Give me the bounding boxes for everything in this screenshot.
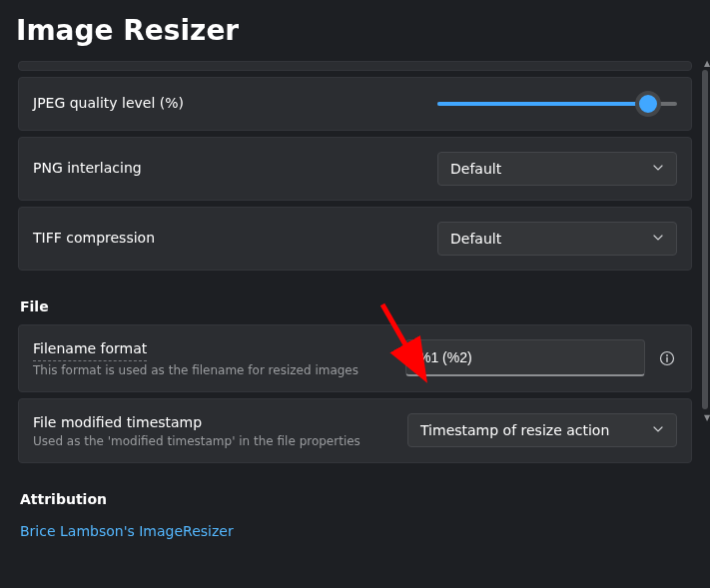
jpeg-quality-label: JPEG quality level (%) <box>33 94 184 114</box>
filename-format-input[interactable] <box>405 339 645 376</box>
scroll-up-icon[interactable]: ▲ <box>703 60 710 68</box>
tiff-compression-label: TIFF compression <box>33 229 155 249</box>
file-section-header: File <box>20 298 692 314</box>
svg-point-1 <box>666 354 668 356</box>
tiff-compression-select[interactable]: Default <box>437 222 677 256</box>
jpeg-quality-slider[interactable] <box>437 92 677 116</box>
chevron-down-icon <box>652 231 664 247</box>
file-timestamp-label: File modified timestamp <box>33 413 360 433</box>
png-interlacing-row: PNG interlacing Default <box>18 137 692 201</box>
attribution-section-header: Attribution <box>20 491 692 507</box>
filename-format-sub: This format is used as the filename for … <box>33 363 358 377</box>
filename-format-label: Filename format <box>33 339 147 361</box>
collapsed-row <box>18 61 692 71</box>
svg-rect-2 <box>666 357 667 362</box>
scroll-down-icon[interactable]: ▼ <box>703 414 710 422</box>
png-interlacing-value: Default <box>450 161 501 177</box>
chevron-down-icon <box>652 422 664 438</box>
info-icon[interactable] <box>657 348 677 368</box>
png-interlacing-select[interactable]: Default <box>437 152 677 186</box>
tiff-compression-row: TIFF compression Default <box>18 207 692 271</box>
file-timestamp-row: File modified timestamp Used as the 'mod… <box>18 398 692 464</box>
file-timestamp-value: Timestamp of resize action <box>420 422 609 438</box>
filename-format-row: Filename format This format is used as t… <box>18 324 692 392</box>
jpeg-quality-row: JPEG quality level (%) <box>18 77 692 131</box>
chevron-down-icon <box>652 161 664 177</box>
page-title: Image Resizer <box>0 0 710 55</box>
file-timestamp-select[interactable]: Timestamp of resize action <box>407 413 677 447</box>
tiff-compression-value: Default <box>450 231 501 247</box>
attribution-link[interactable]: Brice Lambson's ImageResizer <box>20 523 234 539</box>
file-timestamp-sub: Used as the 'modified timestamp' in the … <box>33 434 360 448</box>
png-interlacing-label: PNG interlacing <box>33 159 142 179</box>
scrollbar[interactable] <box>702 70 708 409</box>
